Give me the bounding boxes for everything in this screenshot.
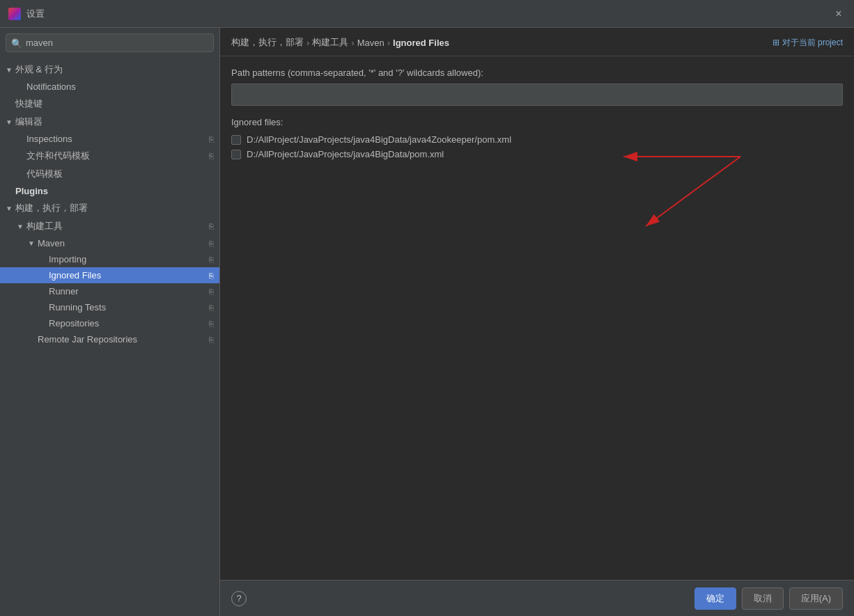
sidebar-item-label: Ignored Files bbox=[49, 270, 206, 281]
sidebar-item-label: Repositories bbox=[49, 318, 206, 329]
content-area: 构建，执行，部署 › 构建工具 › Maven › Ignored Files … bbox=[220, 28, 854, 616]
spacer bbox=[6, 187, 15, 195]
sidebar-item-label: 代码模板 bbox=[26, 168, 214, 180]
sidebar-item-label: Runner bbox=[49, 286, 206, 297]
spacer bbox=[17, 171, 26, 178]
file-path-1: D:/AllProject/JavaProjects/java4BigData/… bbox=[247, 134, 511, 145]
confirm-button[interactable]: 确定 bbox=[694, 587, 736, 610]
spacer bbox=[17, 152, 26, 160]
arrow-icon: ▼ bbox=[28, 239, 38, 247]
sidebar-item-plugins[interactable]: Plugins bbox=[0, 183, 219, 199]
cancel-button[interactable]: 取消 bbox=[742, 587, 784, 610]
extra-icon: ⎘ bbox=[209, 255, 214, 264]
breadcrumb-sep-1: › bbox=[306, 38, 309, 48]
breadcrumb-part-3: Maven bbox=[357, 38, 385, 48]
project-link[interactable]: ⊞ 对于当前 project bbox=[773, 37, 843, 49]
sidebar-item-runner[interactable]: Runner ⎘ bbox=[0, 283, 219, 299]
title-bar-text: 设置 bbox=[26, 8, 832, 20]
spacer bbox=[17, 83, 26, 90]
sidebar-item-notifications[interactable]: Notifications bbox=[0, 79, 219, 95]
sidebar-item-label: 外观 & 行为 bbox=[15, 63, 214, 76]
spacer bbox=[17, 135, 26, 143]
sidebar-item-shortcuts[interactable]: 快捷键 bbox=[0, 95, 219, 113]
sidebar-item-label: Remote Jar Repositories bbox=[38, 334, 206, 345]
sidebar-item-label: 构建工具 bbox=[26, 220, 206, 232]
extra-icon: ⎘ bbox=[209, 135, 214, 143]
close-button[interactable]: × bbox=[832, 7, 846, 21]
breadcrumb-sep-2: › bbox=[351, 38, 354, 48]
sidebar-item-remote-jar[interactable]: Remote Jar Repositories ⎘ bbox=[0, 331, 219, 347]
sidebar-item-label: 编辑器 bbox=[15, 116, 214, 128]
sidebar-item-maven[interactable]: ▼ Maven ⎘ bbox=[0, 235, 219, 251]
path-pattern-label: Path patterns (comma-separated, '*' and … bbox=[231, 68, 843, 78]
content-header: 构建，执行，部署 › 构建工具 › Maven › Ignored Files … bbox=[220, 28, 854, 56]
arrow-icon: ▼ bbox=[6, 66, 15, 74]
path-pattern-input[interactable] bbox=[231, 84, 843, 106]
main-layout: 🔍 ▼ 外观 & 行为 Notifications 快捷键 ▼ bbox=[0, 28, 854, 616]
sidebar: 🔍 ▼ 外观 & 行为 Notifications 快捷键 ▼ bbox=[0, 28, 220, 616]
file-checkbox-1[interactable] bbox=[231, 135, 241, 145]
sidebar-item-label: Maven bbox=[38, 238, 206, 248]
project-link-text: 对于当前 project bbox=[782, 37, 843, 49]
sidebar-item-build-tools[interactable]: ▼ 构建工具 ⎘ bbox=[0, 217, 219, 235]
extra-icon: ⎘ bbox=[209, 222, 214, 230]
sidebar-item-repositories[interactable]: Repositories ⎘ bbox=[0, 315, 219, 331]
extra-icon: ⎘ bbox=[209, 239, 214, 248]
extra-icon: ⎘ bbox=[209, 335, 214, 344]
footer: ? 确定 取消 应用(A) bbox=[220, 580, 854, 616]
breadcrumb-part-2: 构建工具 bbox=[312, 36, 348, 49]
project-link-icon: ⊞ bbox=[773, 38, 779, 47]
arrow-icon: ▼ bbox=[17, 223, 26, 230]
spacer bbox=[39, 271, 49, 279]
spacer bbox=[39, 255, 49, 263]
footer-left: ? bbox=[231, 591, 247, 606]
file-path-2: D:/AllProject/JavaProjects/java4BigData/… bbox=[247, 149, 444, 159]
sidebar-item-editor[interactable]: ▼ 编辑器 bbox=[0, 113, 219, 131]
sidebar-item-label: 构建，执行，部署 bbox=[15, 202, 214, 214]
breadcrumb-part-1: 构建，执行，部署 bbox=[231, 36, 304, 49]
search-wrapper: 🔍 bbox=[6, 33, 214, 52]
svg-line-2 bbox=[646, 157, 740, 226]
extra-icon: ⎘ bbox=[209, 152, 214, 160]
extra-icon: ⎘ bbox=[209, 319, 214, 328]
sidebar-item-appearance[interactable]: ▼ 外观 & 行为 bbox=[0, 61, 219, 79]
title-bar: 设置 × bbox=[0, 0, 854, 28]
sidebar-item-inspections[interactable]: Inspections ⎘ bbox=[0, 131, 219, 147]
sidebar-item-file-templates[interactable]: 文件和代码模板 ⎘ bbox=[0, 147, 219, 165]
spacer bbox=[39, 303, 49, 311]
sidebar-item-label: 快捷键 bbox=[15, 97, 214, 110]
sidebar-item-label: 文件和代码模板 bbox=[26, 150, 206, 162]
breadcrumb: 构建，执行，部署 › 构建工具 › Maven › Ignored Files bbox=[231, 36, 449, 49]
app-icon bbox=[8, 8, 21, 20]
sidebar-item-build-deploy[interactable]: ▼ 构建，执行，部署 bbox=[0, 199, 219, 217]
arrow-icon: ▼ bbox=[6, 118, 15, 126]
sidebar-item-label: Plugins bbox=[15, 186, 214, 196]
ignored-files-label: Ignored files: bbox=[231, 117, 843, 127]
content-body: Path patterns (comma-separated, '*' and … bbox=[220, 56, 854, 580]
breadcrumb-current: Ignored Files bbox=[393, 38, 449, 48]
sidebar-item-importing[interactable]: Importing ⎘ bbox=[0, 251, 219, 267]
arrow-icon: ▼ bbox=[6, 205, 15, 212]
sidebar-search: 🔍 bbox=[0, 28, 219, 58]
spacer bbox=[39, 287, 49, 295]
sidebar-item-label: Notifications bbox=[26, 81, 214, 92]
spacer bbox=[39, 319, 49, 327]
spacer bbox=[6, 100, 15, 108]
sidebar-item-running-tests[interactable]: Running Tests ⎘ bbox=[0, 299, 219, 315]
file-item-1: D:/AllProject/JavaProjects/java4BigData/… bbox=[231, 134, 843, 145]
search-input[interactable] bbox=[6, 33, 214, 52]
sidebar-item-label: Inspections bbox=[26, 134, 206, 144]
search-icon: 🔍 bbox=[11, 38, 22, 48]
apply-button[interactable]: 应用(A) bbox=[789, 587, 843, 610]
breadcrumb-sep-3: › bbox=[387, 38, 390, 48]
spacer bbox=[28, 335, 38, 343]
file-checkbox-2[interactable] bbox=[231, 150, 241, 159]
sidebar-tree: ▼ 外观 & 行为 Notifications 快捷键 ▼ 编辑器 Insp bbox=[0, 58, 219, 616]
sidebar-item-ignored-files[interactable]: Ignored Files ⎘ bbox=[0, 267, 219, 283]
sidebar-item-code-templates[interactable]: 代码模板 bbox=[0, 165, 219, 183]
sidebar-item-label: Importing bbox=[49, 254, 206, 264]
extra-icon: ⎘ bbox=[209, 287, 214, 296]
help-button[interactable]: ? bbox=[231, 591, 247, 606]
footer-right: 确定 取消 应用(A) bbox=[694, 587, 843, 610]
arrows-overlay bbox=[220, 98, 854, 321]
